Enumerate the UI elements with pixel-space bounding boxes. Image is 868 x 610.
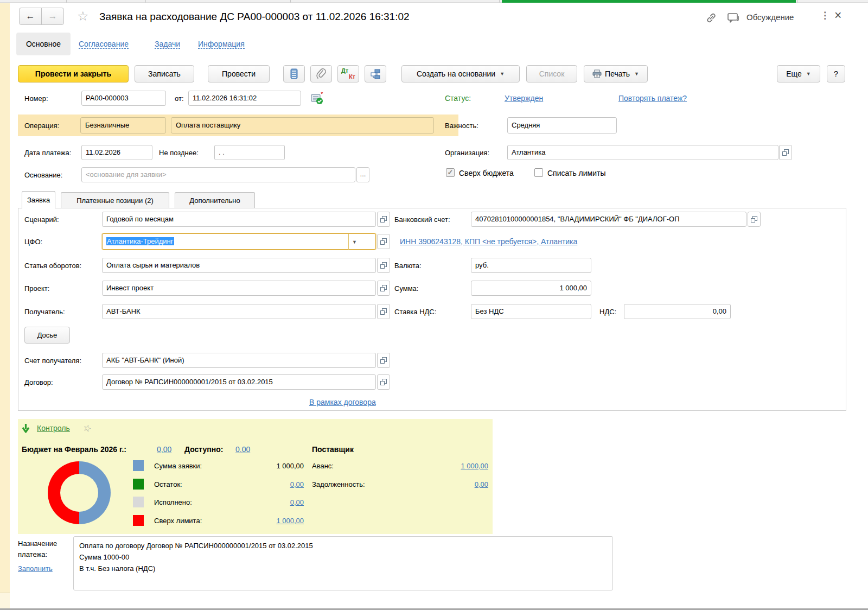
back-button[interactable]: ← [19, 8, 42, 25]
basis-more-button[interactable]: ... [356, 167, 369, 182]
bank-account-field[interactable]: 40702810100000001854, "ВЛАДИМИРСКИЙ" ФБ … [471, 212, 746, 227]
tab-payment-positions[interactable]: Платежные позиции (2) [61, 192, 169, 208]
discussion-icon[interactable] [727, 12, 740, 24]
amount-label: Сумма: [394, 284, 418, 293]
cfo-field[interactable]: Атлантика-Трейдинг ▼ [102, 233, 376, 250]
status-value-link[interactable]: Утвержден [505, 94, 543, 103]
form-left-margin-footer [0, 593, 10, 609]
nav-item-main[interactable]: Основное [16, 33, 71, 55]
debt-value-link[interactable]: 0,00 [434, 480, 488, 488]
legend-value-request-sum: 1 000,00 [250, 462, 304, 470]
inn-kpp-link[interactable]: ИНН 3906243128, КПП <не требуется>, Атла… [400, 237, 577, 246]
importance-field[interactable]: Средняя [507, 117, 617, 134]
scenario-field[interactable]: Годовой по месяцам [102, 212, 376, 227]
posted-doc-icon[interactable] [310, 91, 324, 105]
operation-kind-field[interactable]: Оплата поставщику [171, 117, 434, 134]
turnover-field[interactable]: Оплата сырья и материалов [102, 258, 376, 273]
purpose-textarea[interactable]: Оплата по договору Договор № РАПСИН00000… [73, 536, 613, 590]
choose-icon [380, 357, 387, 364]
bank-account-choose-button[interactable] [748, 212, 761, 227]
forward-button[interactable]: → [41, 8, 64, 25]
currency-field[interactable]: руб. [471, 258, 591, 273]
print-button[interactable]: Печать ▼ [584, 65, 648, 82]
dt-kt-button[interactable]: Дт Кт [337, 65, 359, 82]
legend-value-remainder-link[interactable]: 0,00 [250, 480, 304, 488]
scenario-choose-button[interactable] [377, 212, 390, 227]
more-button[interactable]: Еще ▼ [777, 65, 820, 82]
amount-field[interactable]: 1 000,00 [471, 281, 591, 296]
number-input[interactable]: РА00-000003 [81, 91, 166, 106]
available-value-link[interactable]: 0,00 [235, 445, 250, 454]
tab-additional[interactable]: Дополнительно [175, 192, 255, 208]
cfo-dropdown-arrow[interactable]: ▼ [348, 234, 360, 250]
payee-account-field[interactable]: АКБ "АВТ-БАНК" (Иной) [102, 353, 376, 368]
contract-field[interactable]: Договор № РАПСИН000000001/2015 от 03.02.… [102, 374, 376, 390]
legend-label-request-sum: Сумма заявки: [154, 462, 202, 470]
post-button[interactable]: Провести [208, 65, 270, 82]
copy-link-icon[interactable] [705, 12, 717, 24]
more-menu-icon[interactable]: ⋮ [820, 10, 829, 21]
in-contract-link[interactable]: В рамках договора [309, 398, 376, 406]
contract-label: Договор: [24, 378, 53, 386]
budget-value-link[interactable]: 0,00 [157, 445, 171, 454]
nav-item-tasks[interactable]: Задачи [155, 40, 180, 49]
application-window: ← → ☆ Заявка на расходование ДС РА00-000… [0, 0, 868, 610]
cfo-label: ЦФО: [24, 238, 42, 246]
create-based-on-button[interactable]: Создать на основании ▼ [401, 65, 520, 82]
register-records-button[interactable] [283, 65, 305, 82]
list-button[interactable]: Список [526, 65, 577, 82]
vat-field[interactable]: 0,00 [624, 304, 731, 319]
organization-choose-button[interactable] [779, 145, 792, 160]
project-field[interactable]: Инвест проект [102, 281, 376, 296]
dossier-button[interactable]: Досье [24, 327, 70, 344]
tab-request[interactable]: Заявка [22, 191, 55, 208]
debt-label: Задолженность: [312, 480, 365, 488]
project-choose-button[interactable] [377, 281, 390, 296]
not-later-input[interactable]: . . [214, 145, 285, 160]
over-budget-checkbox[interactable]: ✓ [446, 168, 455, 177]
payee-account-label: Счет получателя: [24, 357, 81, 365]
write-limits-checkbox[interactable] [534, 168, 543, 177]
post-and-close-button[interactable]: Провести и закрыть [18, 65, 129, 82]
discussion-label[interactable]: Обсуждение [746, 12, 794, 22]
favorite-star-icon[interactable]: ☆ [77, 9, 89, 24]
nav-item-info[interactable]: Информация [198, 40, 245, 49]
legend-value-executed-link[interactable]: 0,00 [250, 498, 304, 506]
turnover-choose-button[interactable] [377, 258, 390, 273]
payee-choose-button[interactable] [377, 304, 390, 319]
structure-icon [370, 68, 381, 79]
related-documents-button[interactable] [365, 65, 386, 82]
control-link[interactable]: Контроль [37, 424, 70, 433]
tabstrip-separator [145, 0, 146, 3]
fill-link[interactable]: Заполнить [18, 564, 53, 573]
cash-type-field[interactable]: Безналичные [80, 117, 166, 134]
advance-value-link[interactable]: 1 000,00 [434, 462, 488, 470]
legend-swatch-request-sum [133, 460, 144, 471]
basis-input[interactable]: <основание для заявки> [81, 167, 355, 182]
payee-account-choose-button[interactable] [377, 353, 390, 368]
attachments-button[interactable] [310, 65, 332, 82]
available-label: Доступно: [184, 445, 223, 454]
chevron-down-icon: ▼ [806, 71, 811, 77]
legend-value-over-limit-link[interactable]: 1 000,00 [250, 517, 304, 525]
pay-date-input[interactable]: 11.02.2026 [81, 145, 152, 160]
payee-field[interactable]: АВТ-БАНК [102, 304, 376, 319]
datetime-input[interactable]: 11.02.2026 16:31:02 [188, 91, 301, 106]
close-icon[interactable]: × [834, 8, 841, 23]
create-based-on-label: Создать на основании [417, 69, 495, 78]
scenario-label: Сценарий: [24, 215, 59, 224]
repeat-payment-link[interactable]: Повторять платеж? [618, 94, 687, 103]
paperclip-icon [316, 68, 326, 79]
legend-swatch-over-limit [133, 515, 144, 526]
vat-rate-field[interactable]: Без НДС [471, 304, 591, 319]
cfo-choose-button[interactable] [377, 234, 390, 249]
chevron-down-icon: ▼ [634, 71, 639, 77]
save-button[interactable]: Записать [135, 65, 194, 82]
contract-choose-button[interactable] [377, 374, 390, 390]
collapse-arrow-icon[interactable] [22, 423, 30, 433]
page-title: Заявка на расходование ДС РА00-000003 от… [99, 11, 410, 23]
organization-field[interactable]: Атлантика [507, 145, 778, 160]
tabstrip-separator [499, 0, 500, 3]
nav-item-approval[interactable]: Согласование [79, 40, 129, 49]
help-button[interactable]: ? [827, 65, 845, 82]
